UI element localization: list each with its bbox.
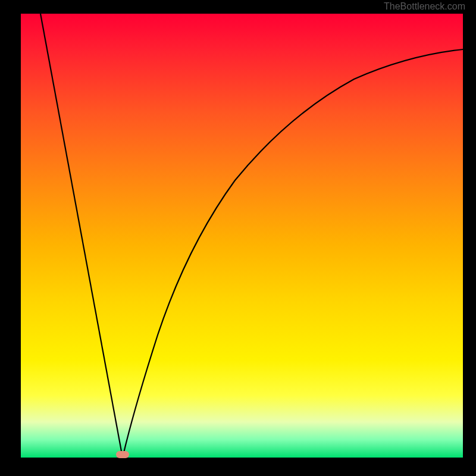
chart-frame: TheBottleneck.com <box>0 0 476 476</box>
curve-left-branch <box>40 14 123 458</box>
optimum-marker <box>116 451 129 458</box>
attribution-text: TheBottleneck.com <box>384 1 465 12</box>
bottleneck-curve <box>21 14 463 458</box>
curve-right-branch <box>123 49 463 458</box>
